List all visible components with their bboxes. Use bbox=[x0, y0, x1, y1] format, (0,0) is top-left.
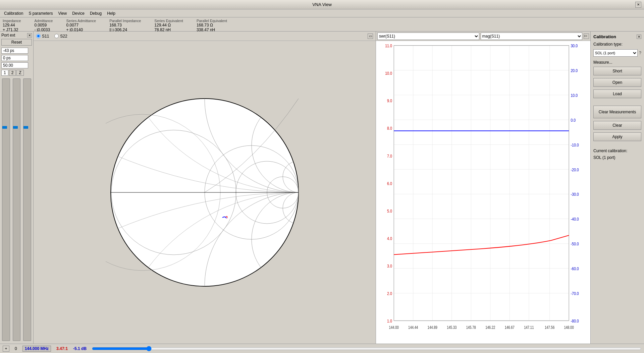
left-chart-select[interactable]: swr(S11)swr(S22)mag(S11)phase(S11) bbox=[377, 33, 479, 40]
impedance-input[interactable] bbox=[1, 62, 28, 68]
s22-radio-label[interactable]: S22 bbox=[54, 34, 67, 39]
smith-expand-button[interactable]: ▭ bbox=[368, 34, 373, 39]
menu-view[interactable]: View bbox=[55, 10, 69, 16]
status-zero: 0 bbox=[15, 346, 17, 351]
parallel-impedance-val1: 168.73 bbox=[109, 23, 141, 27]
menu-calibration[interactable]: Calibration bbox=[1, 10, 26, 16]
menu-bar: Calibration S parameters View Device Deb… bbox=[0, 9, 644, 17]
series-admittance-label: Series Admittance bbox=[66, 19, 96, 23]
impedance-label: Impedance bbox=[3, 19, 21, 23]
svg-text:144.89: 144.89 bbox=[428, 325, 437, 330]
short-button[interactable]: Short bbox=[593, 67, 641, 75]
s22-radio[interactable] bbox=[54, 34, 59, 38]
menu-device[interactable]: Device bbox=[69, 10, 87, 16]
right-chart-select[interactable]: mag(S11)mag(S22)phase(S11)swr(S11) bbox=[481, 33, 583, 40]
svg-text:146.22: 146.22 bbox=[485, 325, 495, 330]
frequency-display: 144.000 MHz bbox=[22, 346, 51, 352]
series-equivalent-label: Series Equivalent bbox=[154, 19, 183, 23]
title-bar: VNA View ✕ bbox=[0, 0, 644, 9]
parallel-impedance-label: Parallel Impedance bbox=[109, 19, 141, 23]
svg-text:144.44: 144.44 bbox=[408, 325, 418, 330]
add-button[interactable]: + bbox=[3, 346, 9, 352]
parallel-equivalent-val1: 168.73 Ω bbox=[197, 23, 227, 27]
clear-button[interactable]: Clear bbox=[593, 121, 641, 130]
series-equivalent-val1: 129.44 Ω bbox=[154, 23, 183, 27]
impedance-group: Impedance 129.44 + J71.32 bbox=[3, 19, 21, 32]
port-tab-1[interactable]: 1 bbox=[1, 70, 8, 76]
menu-help[interactable]: Help bbox=[104, 10, 118, 16]
s11-radio-label[interactable]: S11 bbox=[36, 34, 49, 39]
svg-text:-30.0: -30.0 bbox=[571, 192, 579, 197]
svg-text:6.0: 6.0 bbox=[387, 181, 392, 186]
app-title: VNA View bbox=[312, 2, 332, 7]
current-cal-label: Current calibration: bbox=[593, 149, 641, 153]
svg-text:144.00: 144.00 bbox=[389, 325, 399, 330]
load-button[interactable]: Load bbox=[593, 90, 641, 98]
reset-button[interactable]: Reset bbox=[1, 39, 32, 46]
svg-text:8.0: 8.0 bbox=[387, 126, 392, 131]
series-admittance-val1: 0.0077 bbox=[66, 23, 96, 27]
current-cal-value: SOL (1 port) bbox=[593, 155, 641, 160]
svg-text:148.00: 148.00 bbox=[564, 325, 574, 330]
apply-button[interactable]: Apply bbox=[593, 132, 641, 141]
impedance-val1: 129.44 bbox=[3, 23, 21, 27]
svg-text:147.56: 147.56 bbox=[545, 325, 554, 330]
svg-text:-80.0: -80.0 bbox=[571, 318, 579, 324]
s11-radio[interactable] bbox=[36, 34, 41, 38]
parallel-impedance-group: Parallel Impedance 168.73 || j-306.24 bbox=[109, 19, 141, 32]
s11-label: S11 bbox=[42, 34, 49, 39]
clear-measurements-button[interactable]: Clear Measurements bbox=[593, 106, 641, 118]
close-button[interactable]: ✕ bbox=[635, 2, 641, 8]
port-tab-2[interactable]: 2 bbox=[9, 70, 16, 76]
chart-header: swr(S11)swr(S22)mag(S11)phase(S11) mag(S… bbox=[376, 32, 590, 41]
smith-chart-container bbox=[34, 41, 376, 344]
svg-text:-40.0: -40.0 bbox=[571, 217, 579, 222]
port-ext-label: Port ext bbox=[1, 33, 15, 38]
swr-display: 3.47:1 bbox=[56, 346, 68, 351]
open-button[interactable]: Open bbox=[593, 78, 641, 87]
chart-svg: 1.0 2.0 3.0 4.0 5.0 6.0 7.0 8.0 9.0 10.0… bbox=[376, 41, 590, 344]
help-icon[interactable]: ? bbox=[639, 51, 641, 55]
smith-chart-svg bbox=[106, 94, 304, 291]
svg-text:10.0: 10.0 bbox=[385, 71, 392, 76]
s22-label: S22 bbox=[60, 34, 67, 39]
left-panel: Port ext ✕ Reset 1 2 Z bbox=[0, 32, 34, 344]
measure-label: Measure... bbox=[593, 60, 641, 65]
position-slider[interactable] bbox=[92, 346, 641, 351]
cal-type-select[interactable]: SOL (1 port) SOL (2 port) Open bbox=[593, 49, 638, 57]
delay-input-1[interactable] bbox=[1, 48, 28, 54]
svg-text:-50.0: -50.0 bbox=[571, 241, 579, 247]
smith-chart-panel: S11 S22 ▭ bbox=[34, 32, 376, 344]
svg-text:0.0: 0.0 bbox=[571, 118, 576, 123]
parallel-equivalent-group: Parallel Equivalent 168.73 Ω 338.47 nH bbox=[197, 19, 227, 32]
port-tabs: 1 2 Z bbox=[1, 70, 32, 76]
chart-expand-button[interactable]: ▭ bbox=[584, 34, 589, 39]
slider-1[interactable] bbox=[2, 78, 10, 341]
main-content: Port ext ✕ Reset 1 2 Z S bbox=[0, 32, 644, 344]
svg-text:146.67: 146.67 bbox=[505, 325, 515, 330]
svg-text:9.0: 9.0 bbox=[387, 98, 392, 104]
chart-area: 1.0 2.0 3.0 4.0 5.0 6.0 7.0 8.0 9.0 10.0… bbox=[376, 41, 590, 344]
port-tab-z[interactable]: Z bbox=[16, 70, 23, 76]
svg-text:2.0: 2.0 bbox=[387, 291, 392, 296]
svg-text:-20.0: -20.0 bbox=[571, 167, 579, 172]
admittance-label: Admittance bbox=[34, 19, 53, 23]
svg-text:-60.0: -60.0 bbox=[571, 266, 579, 272]
calibration-close[interactable]: ✕ bbox=[637, 35, 641, 39]
port-ext-bar: Port ext ✕ bbox=[1, 33, 32, 38]
delay-input-2[interactable] bbox=[1, 55, 28, 61]
db-display: -5.1 dB bbox=[73, 346, 87, 351]
svg-text:5.0: 5.0 bbox=[387, 208, 392, 214]
slider-3[interactable] bbox=[23, 78, 31, 341]
port-ext-close[interactable]: ✕ bbox=[27, 33, 32, 38]
menu-debug[interactable]: Debug bbox=[87, 10, 104, 16]
svg-text:20.0: 20.0 bbox=[571, 68, 578, 73]
right-chart-panel: swr(S11)swr(S22)mag(S11)phase(S11) mag(S… bbox=[376, 32, 590, 344]
svg-text:4.0: 4.0 bbox=[387, 236, 392, 241]
slider-2[interactable] bbox=[13, 78, 21, 341]
cal-type-label: Calibration type: bbox=[593, 42, 641, 47]
series-equivalent-group: Series Equivalent 129.44 Ω 78.82 nH bbox=[154, 19, 183, 32]
menu-sparameters[interactable]: S parameters bbox=[26, 10, 55, 16]
series-admittance-group: Series Admittance 0.0077 + j0.0140 bbox=[66, 19, 96, 32]
cal-title-bar: Calibration ✕ bbox=[593, 34, 641, 39]
